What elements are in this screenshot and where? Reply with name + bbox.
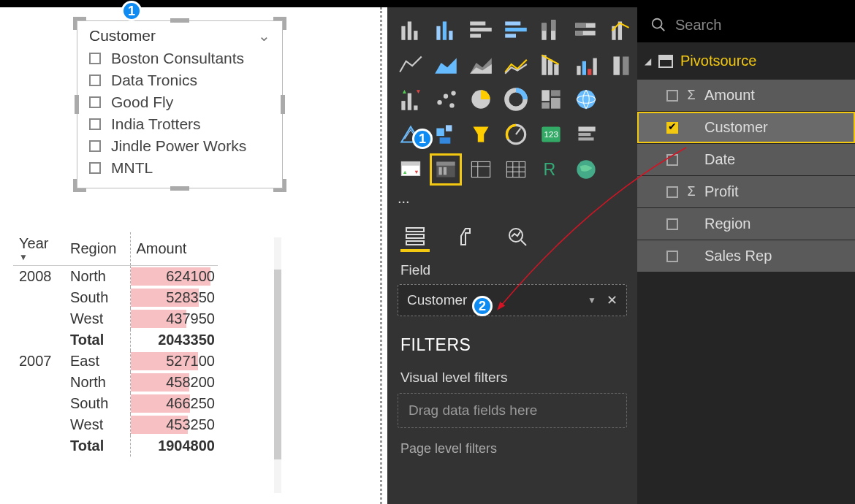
viz-type-icon[interactable] xyxy=(570,153,602,186)
filters-heading: FILTERS xyxy=(387,316,637,361)
checkbox-icon[interactable] xyxy=(89,53,101,64)
field-item[interactable]: Region xyxy=(637,208,855,240)
viz-type-icon[interactable] xyxy=(500,118,532,150)
slicer-item[interactable]: India Trotters xyxy=(89,113,270,135)
viz-type-icon[interactable] xyxy=(430,153,462,186)
field-label: Sales Rep xyxy=(704,248,772,264)
matrix-scrollbar[interactable] xyxy=(274,237,281,493)
svg-text:R: R xyxy=(543,160,555,179)
viz-more-ellipsis[interactable]: ··· xyxy=(387,191,637,211)
viz-type-icon[interactable]: 123 xyxy=(535,118,567,150)
svg-rect-69 xyxy=(506,161,525,177)
viz-type-icon[interactable] xyxy=(500,48,532,80)
viz-type-icon[interactable] xyxy=(535,83,567,115)
viz-type-icon[interactable] xyxy=(430,118,462,150)
field-label: Customer xyxy=(704,119,768,136)
field-item[interactable]: Customer xyxy=(637,112,855,143)
slicer-item[interactable]: MNTL xyxy=(89,157,270,179)
table-node[interactable]: ◢ Pivotsource xyxy=(637,42,855,80)
remove-field-icon[interactable]: ✕ xyxy=(607,292,618,308)
col-amount[interactable]: Amount xyxy=(130,232,218,266)
checkbox-icon[interactable] xyxy=(89,96,101,108)
viz-type-icon[interactable] xyxy=(465,13,497,45)
checkbox-icon[interactable] xyxy=(89,162,101,174)
checkbox-icon[interactable] xyxy=(666,154,678,166)
col-region[interactable]: Region xyxy=(64,232,130,266)
viz-type-icon[interactable] xyxy=(465,83,497,115)
tab-fields[interactable] xyxy=(400,223,430,252)
matrix-visual[interactable]: Year▼ Region Amount 2008North624100South… xyxy=(13,232,284,457)
viz-type-icon[interactable] xyxy=(395,48,427,80)
cell-year xyxy=(13,287,64,308)
viz-type-icon[interactable] xyxy=(430,13,462,45)
fields-search[interactable]: Search xyxy=(637,7,855,42)
checkbox-icon[interactable] xyxy=(666,90,678,102)
checkbox-icon[interactable] xyxy=(89,118,101,130)
checkbox-icon[interactable] xyxy=(666,218,678,230)
chevron-down-icon[interactable]: ⌄ xyxy=(258,27,270,45)
panel-divider xyxy=(380,7,382,504)
cell-year xyxy=(13,372,64,393)
field-well[interactable]: Customer ▼ ✕ xyxy=(398,284,627,316)
viz-type-icon[interactable] xyxy=(605,13,637,45)
viz-type-icon[interactable] xyxy=(500,13,532,45)
viz-type-icon[interactable] xyxy=(465,48,497,80)
slicer-visual[interactable]: Customer ⌄ Boston ConsultantsData Tronic… xyxy=(77,20,283,188)
slicer-item[interactable]: Boston Consultants xyxy=(89,47,270,69)
viz-type-icon[interactable] xyxy=(430,83,462,115)
svg-rect-15 xyxy=(551,20,555,31)
svg-point-46 xyxy=(577,90,595,108)
viz-type-icon[interactable] xyxy=(395,13,427,45)
expand-icon[interactable]: ◢ xyxy=(645,56,651,66)
tab-format[interactable] xyxy=(452,223,481,252)
cell-year: 2008 xyxy=(13,266,64,288)
svg-text:▼: ▼ xyxy=(415,88,421,95)
field-item[interactable]: ΣProfit xyxy=(637,176,855,207)
viz-type-icon[interactable] xyxy=(570,83,602,115)
viz-type-icon[interactable] xyxy=(570,118,602,150)
svg-text:▲: ▲ xyxy=(401,88,407,95)
visualizations-panel: ▲▼123▲▼R ··· Field Customer ▼ ✕ FILTERS … xyxy=(387,7,637,504)
viz-type-icon[interactable] xyxy=(605,48,637,80)
field-item[interactable]: ΣAmount xyxy=(637,80,855,111)
viz-type-icon[interactable] xyxy=(570,48,602,80)
cell-year xyxy=(13,435,64,457)
dropdown-icon[interactable]: ▼ xyxy=(588,295,596,305)
viz-type-icon[interactable] xyxy=(570,13,602,45)
viz-type-icon[interactable]: ▲▼ xyxy=(395,83,427,115)
table-row: Total1904800 xyxy=(13,435,218,457)
svg-rect-32 xyxy=(408,93,411,110)
slicer-item[interactable]: Data Tronics xyxy=(89,69,270,91)
svg-rect-56 xyxy=(578,133,590,136)
checkbox-icon[interactable] xyxy=(89,140,101,152)
checkbox-icon[interactable] xyxy=(89,75,101,86)
checkbox-icon[interactable] xyxy=(666,186,678,198)
checkbox-icon[interactable] xyxy=(666,122,678,134)
field-item[interactable]: Sales Rep xyxy=(637,240,855,272)
slicer-item-label: India Trotters xyxy=(111,115,201,133)
slicer-item[interactable]: Good Fly xyxy=(89,91,270,113)
viz-type-icon[interactable] xyxy=(535,13,567,45)
svg-point-36 xyxy=(437,100,441,104)
checkbox-icon[interactable] xyxy=(666,251,678,262)
svg-line-82 xyxy=(661,27,665,31)
slicer-item[interactable]: Jindle Power Works xyxy=(89,135,270,157)
visual-filters-dropzone[interactable]: Drag data fields here xyxy=(398,393,627,428)
viz-type-icon[interactable]: R xyxy=(535,153,567,186)
viz-type-icon[interactable] xyxy=(535,48,567,80)
viz-type-icon[interactable] xyxy=(500,153,532,186)
field-item[interactable]: Date xyxy=(637,144,855,175)
table-row: Total2043350 xyxy=(13,329,218,351)
col-year[interactable]: Year xyxy=(19,235,58,252)
field-label: Profit xyxy=(704,183,739,200)
cell-region: West xyxy=(64,414,130,435)
viz-type-icon[interactable] xyxy=(500,83,532,115)
cell-year xyxy=(13,414,64,435)
viz-type-icon[interactable] xyxy=(465,153,497,186)
tab-analytics[interactable] xyxy=(503,223,532,252)
viz-type-icon[interactable] xyxy=(465,118,497,150)
viz-type-icon[interactable]: ▲▼ xyxy=(395,153,427,186)
cell-region: Total xyxy=(64,329,130,351)
viz-type-icon[interactable] xyxy=(430,48,462,80)
table-row: West453250 xyxy=(13,414,218,435)
